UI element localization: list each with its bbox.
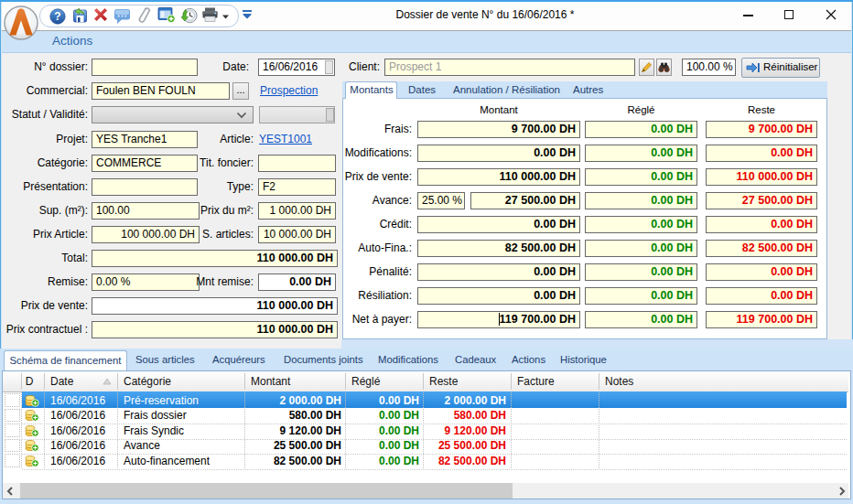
svg-text:?: ?	[54, 10, 60, 23]
